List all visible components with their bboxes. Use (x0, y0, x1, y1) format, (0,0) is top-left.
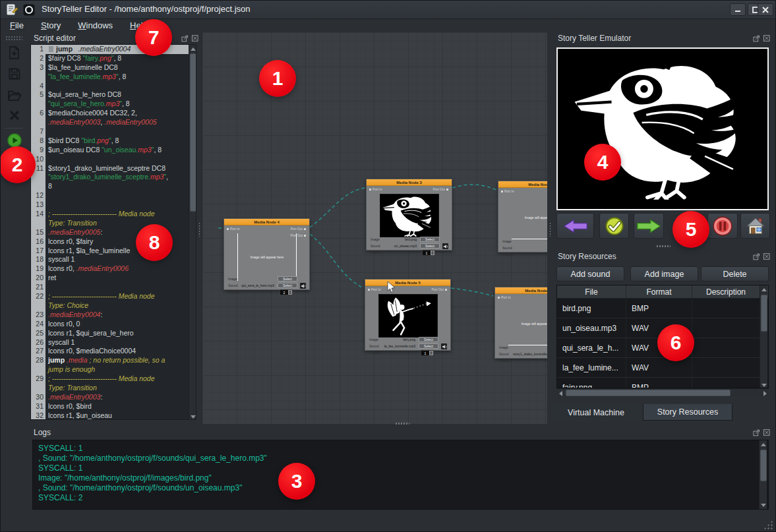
port-in[interactable]: Port In (367, 287, 381, 291)
splitter-left[interactable] (198, 222, 201, 237)
titlebar[interactable]: StoryTeller Editor - /home/anthony/ostpr… (1, 1, 776, 19)
select-sound-button[interactable]: Select (419, 343, 438, 349)
editor-line[interactable]: 13 (31, 200, 196, 210)
editor-line[interactable]: 14; ---------------------------- Media n… (31, 210, 196, 219)
editor-line[interactable]: 19lcons r0, .mediaEntry0006 (31, 264, 196, 274)
code-text[interactable]: $un_oiseau DC8 "un_oiseau.mp3", 8 (45, 146, 196, 155)
code-text[interactable]: Type: Transition (45, 384, 196, 393)
editor-line[interactable]: 23.mediaEntry0004: (31, 310, 196, 320)
media-node[interactable]: Media Node 6Port InPort OutImage will ap… (494, 287, 548, 359)
node-title[interactable]: Media Node 3 (367, 179, 452, 186)
table-cell[interactable]: BMP (626, 378, 692, 388)
run-icon[interactable] (7, 133, 22, 148)
select-sound-button[interactable]: Select (278, 283, 297, 288)
code-text[interactable] (45, 127, 196, 136)
media-node[interactable]: Media Node 4Port InPort OutPort OutImage… (224, 218, 310, 290)
speaker-icon[interactable] (441, 343, 447, 349)
code-text[interactable]: lcons r0, .mediaEntry0006 (45, 264, 196, 274)
add-image-button[interactable]: Add image (630, 266, 698, 281)
close-button[interactable] (758, 3, 773, 16)
minimize-button[interactable] (730, 3, 746, 16)
editor-line[interactable]: 3$la_fee_luminelle DC8 (31, 63, 196, 73)
code-text[interactable]: lcons r0, $bird (45, 402, 196, 411)
table-row[interactable]: un_oiseau.mp3WAV (557, 318, 768, 338)
editor-line[interactable]: 11$story1_drako_luminelle_sceptre DC8 (31, 164, 196, 173)
save-icon[interactable] (7, 66, 22, 82)
speaker-icon[interactable] (442, 243, 448, 249)
table-cell[interactable]: un_oiseau.mp3 (557, 318, 626, 338)
code-text[interactable]: lcons r1, $un_oiseau (45, 411, 196, 420)
code-text[interactable]: $qui_sera_le_hero DC8 (45, 90, 196, 100)
code-text[interactable]: lcons r0, $mediaChoice0004 (45, 347, 196, 356)
column-header[interactable]: Description (692, 285, 760, 298)
port-in[interactable]: Port In (500, 189, 514, 193)
port-in[interactable]: Port In (225, 227, 240, 231)
media-node[interactable]: Media Node 3Port InPort OutImagebird.png… (366, 179, 452, 251)
code-text[interactable] (45, 155, 196, 164)
editor-line[interactable]: 20ret (31, 274, 196, 283)
code-text[interactable] (45, 283, 196, 292)
code-text[interactable]: $fairy DC8 "fairy.png", 8 (45, 54, 196, 63)
editor-line[interactable]: 17lcons r1, $la_fee_luminelle (31, 247, 196, 256)
editor-line[interactable]: 2$fairy DC8 "fairy.png", 8 (31, 54, 196, 63)
editor-line[interactable]: 6$mediaChoice0004 DC32, 2, (31, 109, 196, 118)
code-text[interactable]: .mediaEntry0003, .mediaEntry0005 (45, 118, 196, 127)
close-panel-icon[interactable] (191, 34, 199, 42)
script-editor[interactable]: 1jump .mediaEntry00042$fairy DC8 "fairy.… (30, 44, 196, 420)
table-cell[interactable]: WAV (626, 358, 692, 377)
node-title[interactable]: Media Node 4 (224, 219, 309, 225)
code-text[interactable]: lcons r0, $fairy (45, 237, 196, 247)
editor-line[interactable]: 10 (31, 155, 196, 164)
close-panel-icon[interactable] (763, 34, 771, 42)
editor-line[interactable]: Type: Transition (31, 219, 196, 228)
editor-line[interactable]: 29; ---------------------------- Media n… (31, 374, 196, 384)
port-out[interactable]: Port Out (290, 227, 307, 231)
editor-line[interactable]: 8$bird DC8 "bird.png", 8 (31, 136, 196, 146)
code-text[interactable]: jump is enough (45, 365, 196, 374)
float-panel-icon[interactable] (753, 34, 761, 42)
logs-output[interactable]: SYSCALL: 1, Sound: "/home/anthony/ostpro… (32, 440, 769, 510)
logs-scrollbar[interactable] (759, 440, 767, 509)
float-panel-icon[interactable] (753, 252, 761, 260)
code-text[interactable]: 8 (45, 182, 196, 191)
editor-line[interactable]: 21 (31, 283, 196, 292)
toolbar-drag-handle[interactable] (5, 36, 22, 40)
code-text[interactable]: $bird DC8 "bird.png", 8 (45, 136, 196, 146)
editor-scrollbar[interactable] (189, 45, 196, 420)
code-text[interactable]: Type: Transition (45, 219, 196, 228)
add-sound-button[interactable]: Add sound (556, 266, 624, 281)
table-cell[interactable]: bird.png (557, 299, 626, 318)
editor-line[interactable]: Type: Choice (31, 301, 196, 310)
close-project-icon[interactable] (7, 107, 22, 123)
new-document-icon[interactable] (7, 45, 22, 61)
close-panel-icon[interactable] (763, 429, 771, 436)
tab-virtual-machine[interactable]: Virtual Machine (551, 404, 641, 421)
editor-line[interactable]: 26syscall 1 (31, 338, 196, 347)
editor-line[interactable]: 8 (31, 182, 196, 191)
splitter-emulator-resources[interactable] (656, 245, 671, 248)
editor-line[interactable]: 18syscall 1 (31, 255, 196, 264)
code-text[interactable]: "la_fee_luminelle.mp3", 8 (45, 73, 196, 82)
select-image-button[interactable]: Select (278, 276, 297, 281)
select-image-button[interactable]: Select (419, 337, 438, 342)
table-cell[interactable]: la_fee_lumine... (557, 358, 626, 377)
float-panel-icon[interactable] (181, 34, 189, 42)
code-text[interactable]: jump .mediaEntry0004 (45, 45, 196, 54)
editor-line[interactable]: "qui_sera_le_hero.mp3", 8 (31, 100, 196, 109)
editor-line[interactable]: 28jump .media ; no return possible, so a (31, 356, 196, 365)
delete-button[interactable]: Delete (701, 266, 769, 281)
open-folder-icon[interactable] (7, 88, 22, 103)
code-text[interactable]: $mediaChoice0004 DC32, 2, (45, 109, 196, 118)
table-cell[interactable]: WAV (626, 338, 692, 357)
editor-line[interactable]: 27lcons r0, $mediaChoice0004 (31, 347, 196, 356)
editor-line[interactable]: "story1_drako_luminelle_sceptre.mp3", (31, 173, 196, 182)
code-text[interactable]: $story1_drako_luminelle_sceptre DC8 (45, 164, 196, 173)
code-text[interactable]: ; ---------------------------- Media nod… (45, 374, 196, 384)
close-panel-icon[interactable] (763, 252, 771, 260)
editor-line[interactable]: 7 (31, 127, 196, 136)
code-text[interactable]: .mediaEntry0004: (45, 310, 196, 320)
code-text[interactable]: $la_fee_luminelle DC8 (45, 63, 196, 73)
outputs-spinner[interactable]: 1 (421, 350, 434, 356)
splitter-right[interactable] (549, 222, 552, 237)
editor-line[interactable]: 22; ---------------------------- Media n… (31, 292, 196, 301)
